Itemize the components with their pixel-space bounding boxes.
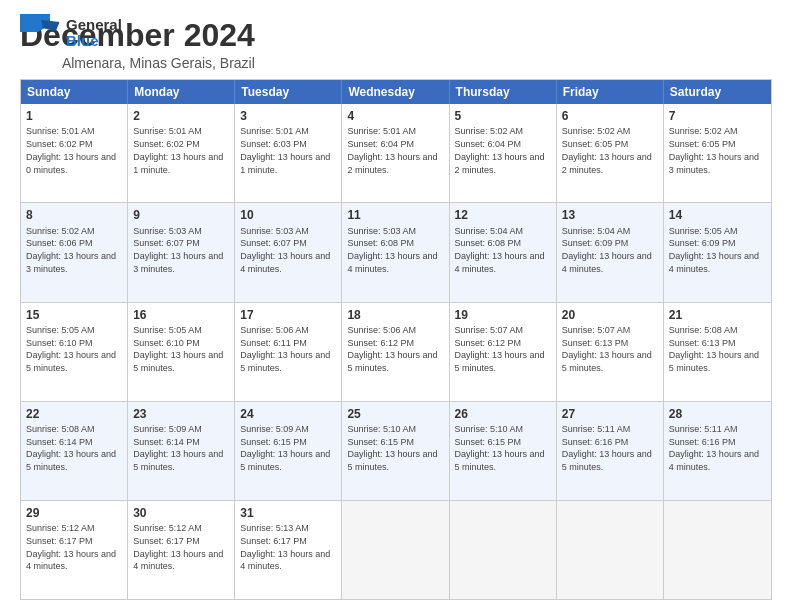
daylight-info: Daylight: 13 hours and 5 minutes.: [133, 449, 223, 472]
daylight-info: Daylight: 13 hours and 5 minutes.: [562, 449, 652, 472]
day-number: 23: [133, 406, 229, 422]
calendar-header: Sunday Monday Tuesday Wednesday Thursday…: [21, 80, 771, 104]
day-number: 25: [347, 406, 443, 422]
sunrise-info: Sunrise: 5:01 AM: [240, 126, 309, 136]
day-number: 7: [669, 108, 766, 124]
sunrise-info: Sunrise: 5:04 AM: [562, 226, 631, 236]
sunset-info: Sunset: 6:15 PM: [347, 437, 414, 447]
day-number: 18: [347, 307, 443, 323]
sunrise-info: Sunrise: 5:01 AM: [26, 126, 95, 136]
daylight-info: Daylight: 13 hours and 3 minutes.: [133, 251, 223, 274]
daylight-info: Daylight: 13 hours and 2 minutes.: [455, 152, 545, 175]
day-number: 4: [347, 108, 443, 124]
sunset-info: Sunset: 6:16 PM: [562, 437, 629, 447]
calendar-body: 1Sunrise: 5:01 AMSunset: 6:02 PMDaylight…: [21, 104, 771, 599]
sunset-info: Sunset: 6:05 PM: [562, 139, 629, 149]
daylight-info: Daylight: 13 hours and 5 minutes.: [455, 449, 545, 472]
sunset-info: Sunset: 6:12 PM: [347, 338, 414, 348]
day-number: 22: [26, 406, 122, 422]
daylight-info: Daylight: 13 hours and 4 minutes.: [669, 251, 759, 274]
day-cell-6: 6Sunrise: 5:02 AMSunset: 6:05 PMDaylight…: [557, 104, 664, 202]
sunset-info: Sunset: 6:04 PM: [455, 139, 522, 149]
sunrise-info: Sunrise: 5:02 AM: [455, 126, 524, 136]
sunset-info: Sunset: 6:14 PM: [26, 437, 93, 447]
sunrise-info: Sunrise: 5:02 AM: [26, 226, 95, 236]
sunset-info: Sunset: 6:13 PM: [669, 338, 736, 348]
day-cell-13: 13Sunrise: 5:04 AMSunset: 6:09 PMDayligh…: [557, 203, 664, 301]
day-cell-9: 9Sunrise: 5:03 AMSunset: 6:07 PMDaylight…: [128, 203, 235, 301]
logo-area: General Blue: [20, 14, 122, 52]
logo-graphic: [20, 14, 64, 52]
sunrise-info: Sunrise: 5:13 AM: [240, 523, 309, 533]
sunrise-info: Sunrise: 5:01 AM: [347, 126, 416, 136]
daylight-info: Daylight: 13 hours and 5 minutes.: [26, 350, 116, 373]
day-cell-21: 21Sunrise: 5:08 AMSunset: 6:13 PMDayligh…: [664, 303, 771, 401]
day-number: 11: [347, 207, 443, 223]
sunset-info: Sunset: 6:09 PM: [669, 238, 736, 248]
sunrise-info: Sunrise: 5:07 AM: [455, 325, 524, 335]
sunrise-info: Sunrise: 5:09 AM: [240, 424, 309, 434]
empty-cell: [342, 501, 449, 599]
day-number: 14: [669, 207, 766, 223]
sunrise-info: Sunrise: 5:02 AM: [562, 126, 631, 136]
daylight-info: Daylight: 13 hours and 1 minute.: [240, 152, 330, 175]
sunrise-info: Sunrise: 5:12 AM: [26, 523, 95, 533]
daylight-info: Daylight: 13 hours and 0 minutes.: [26, 152, 116, 175]
sunrise-info: Sunrise: 5:12 AM: [133, 523, 202, 533]
day-cell-2: 2Sunrise: 5:01 AMSunset: 6:02 PMDaylight…: [128, 104, 235, 202]
sunset-info: Sunset: 6:12 PM: [455, 338, 522, 348]
week-row-4: 22Sunrise: 5:08 AMSunset: 6:14 PMDayligh…: [21, 401, 771, 500]
daylight-info: Daylight: 13 hours and 4 minutes.: [669, 449, 759, 472]
day-cell-23: 23Sunrise: 5:09 AMSunset: 6:14 PMDayligh…: [128, 402, 235, 500]
day-cell-19: 19Sunrise: 5:07 AMSunset: 6:12 PMDayligh…: [450, 303, 557, 401]
day-cell-7: 7Sunrise: 5:02 AMSunset: 6:05 PMDaylight…: [664, 104, 771, 202]
day-cell-20: 20Sunrise: 5:07 AMSunset: 6:13 PMDayligh…: [557, 303, 664, 401]
sunset-info: Sunset: 6:06 PM: [26, 238, 93, 248]
sunrise-info: Sunrise: 5:10 AM: [455, 424, 524, 434]
day-cell-26: 26Sunrise: 5:10 AMSunset: 6:15 PMDayligh…: [450, 402, 557, 500]
daylight-info: Daylight: 13 hours and 5 minutes.: [669, 350, 759, 373]
day-cell-12: 12Sunrise: 5:04 AMSunset: 6:08 PMDayligh…: [450, 203, 557, 301]
day-cell-4: 4Sunrise: 5:01 AMSunset: 6:04 PMDaylight…: [342, 104, 449, 202]
day-number: 20: [562, 307, 658, 323]
sunset-info: Sunset: 6:03 PM: [240, 139, 307, 149]
day-number: 2: [133, 108, 229, 124]
day-number: 13: [562, 207, 658, 223]
header: General Blue General Blue: [20, 18, 772, 71]
empty-cell: [557, 501, 664, 599]
sunrise-info: Sunrise: 5:04 AM: [455, 226, 524, 236]
sunrise-info: Sunrise: 5:03 AM: [133, 226, 202, 236]
sunset-info: Sunset: 6:13 PM: [562, 338, 629, 348]
day-number: 5: [455, 108, 551, 124]
day-cell-15: 15Sunrise: 5:05 AMSunset: 6:10 PMDayligh…: [21, 303, 128, 401]
day-cell-25: 25Sunrise: 5:10 AMSunset: 6:15 PMDayligh…: [342, 402, 449, 500]
day-cell-30: 30Sunrise: 5:12 AMSunset: 6:17 PMDayligh…: [128, 501, 235, 599]
sunrise-info: Sunrise: 5:08 AM: [669, 325, 738, 335]
week-row-3: 15Sunrise: 5:05 AMSunset: 6:10 PMDayligh…: [21, 302, 771, 401]
header-sunday: Sunday: [21, 80, 128, 104]
sunset-info: Sunset: 6:10 PM: [26, 338, 93, 348]
header-wednesday: Wednesday: [342, 80, 449, 104]
day-number: 3: [240, 108, 336, 124]
daylight-info: Daylight: 13 hours and 5 minutes.: [133, 350, 223, 373]
sunset-info: Sunset: 6:10 PM: [133, 338, 200, 348]
day-number: 29: [26, 505, 122, 521]
sunset-info: Sunset: 6:07 PM: [133, 238, 200, 248]
header-monday: Monday: [128, 80, 235, 104]
day-number: 10: [240, 207, 336, 223]
daylight-info: Daylight: 13 hours and 5 minutes.: [26, 449, 116, 472]
day-cell-28: 28Sunrise: 5:11 AMSunset: 6:16 PMDayligh…: [664, 402, 771, 500]
sunset-info: Sunset: 6:02 PM: [26, 139, 93, 149]
week-row-5: 29Sunrise: 5:12 AMSunset: 6:17 PMDayligh…: [21, 500, 771, 599]
sunset-info: Sunset: 6:08 PM: [347, 238, 414, 248]
sunset-info: Sunset: 6:05 PM: [669, 139, 736, 149]
sunrise-info: Sunrise: 5:11 AM: [562, 424, 631, 434]
day-cell-1: 1Sunrise: 5:01 AMSunset: 6:02 PMDaylight…: [21, 104, 128, 202]
daylight-info: Daylight: 13 hours and 4 minutes.: [562, 251, 652, 274]
header-friday: Friday: [557, 80, 664, 104]
logo-general: General: [66, 17, 122, 34]
daylight-info: Daylight: 13 hours and 4 minutes.: [240, 549, 330, 572]
sunset-info: Sunset: 6:08 PM: [455, 238, 522, 248]
day-cell-22: 22Sunrise: 5:08 AMSunset: 6:14 PMDayligh…: [21, 402, 128, 500]
week-row-2: 8Sunrise: 5:02 AMSunset: 6:06 PMDaylight…: [21, 202, 771, 301]
